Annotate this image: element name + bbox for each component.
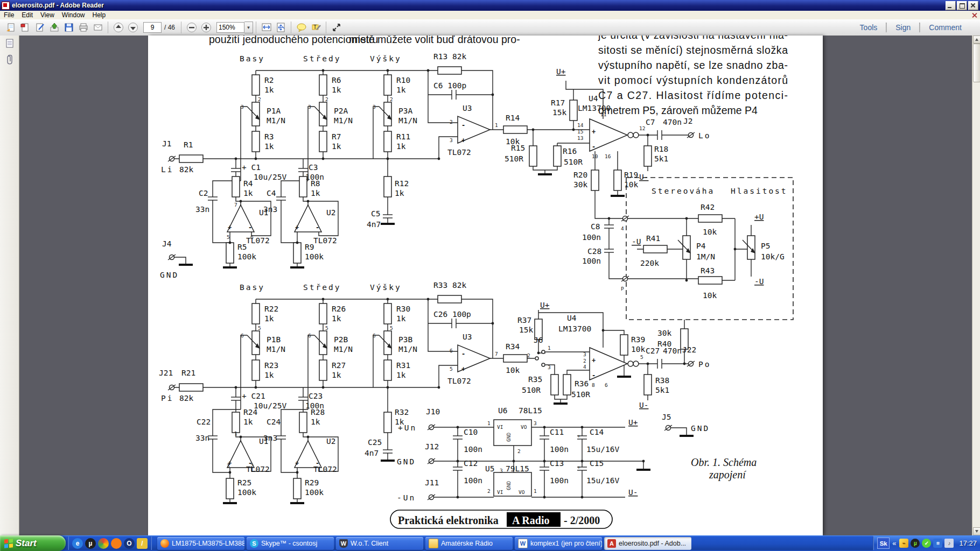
schematic-label: 10k xyxy=(624,180,638,189)
paragraph-line: C7 a C27. Hlasitost řídíme potenci- xyxy=(598,89,788,101)
previous-page-icon[interactable] xyxy=(111,20,125,35)
chrome-quicklaunch-icon[interactable] xyxy=(98,538,109,549)
start-button[interactable]: Start xyxy=(0,535,66,551)
opera-quicklaunch-icon[interactable]: O xyxy=(124,538,135,549)
toolbar-link-sign[interactable]: Sign xyxy=(887,23,919,32)
firefox-quicklaunch-icon[interactable] xyxy=(111,538,122,549)
schematic-label: + C1 xyxy=(242,163,261,172)
schematic-label: C2 xyxy=(199,189,208,197)
schematic-label: - xyxy=(316,224,319,231)
schematic-label: R17 xyxy=(551,98,565,107)
taskbar-button-folder[interactable]: Amatérske Rádio xyxy=(425,537,513,550)
schematic-label: 15k xyxy=(552,108,566,117)
page-thumbnails-icon[interactable] xyxy=(0,36,19,52)
share-upload-icon[interactable] xyxy=(47,20,61,35)
zoom-out-icon[interactable] xyxy=(184,20,199,35)
toolbar-link-comment[interactable]: Comment xyxy=(920,23,970,32)
scrollbar-thumb[interactable] xyxy=(973,44,980,82)
sign-pen-icon[interactable] xyxy=(32,20,47,35)
scroll-down-icon[interactable] xyxy=(973,527,980,535)
schematic-label: Basy xyxy=(240,54,265,63)
schematic-label: U2 xyxy=(326,437,335,446)
next-page-icon[interactable] xyxy=(125,20,140,35)
schematic-label: 7 xyxy=(234,202,237,208)
pdf-page[interactable]: BasyStředyVýškyR21k32P1AM1/NR31kR61k32P2… xyxy=(148,36,823,535)
taskbar-button-acrobat[interactable]: Aeloerosito.pdf - Adob... xyxy=(604,537,691,550)
pencil-quicklaunch-icon[interactable]: / xyxy=(137,538,148,549)
winamp-tray-icon[interactable]: ⌁ xyxy=(899,539,908,548)
schematic-label: 3n3 xyxy=(263,434,277,442)
schematic-label: 100n xyxy=(582,233,601,242)
schematic-label: + xyxy=(461,365,465,373)
attachments-icon[interactable] xyxy=(0,52,19,68)
schematic-label: 10k xyxy=(703,228,717,236)
taskbar-button-word[interactable]: Wkomplex1 (jen pro čtení) ... xyxy=(515,537,602,550)
schematic-label: TL072 xyxy=(313,236,337,245)
zoom-in-icon[interactable] xyxy=(199,20,213,35)
schematic-label: 5 xyxy=(640,354,643,360)
schematic-label: 1k xyxy=(264,86,274,94)
tray-chevron-icon[interactable]: « xyxy=(892,539,896,547)
print-icon[interactable] xyxy=(76,20,90,35)
fit-page-icon[interactable] xyxy=(274,20,288,35)
taskbar-button-wot[interactable]: WW.o.T. Client xyxy=(336,537,423,550)
schematic-label: Hlasitost xyxy=(731,187,788,195)
volume-tray-icon[interactable]: ♪ xyxy=(944,539,954,548)
schematic-label: + C21 xyxy=(242,392,265,400)
schematic-label: R1 xyxy=(184,140,193,149)
minimize-button[interactable] xyxy=(946,1,956,10)
close-button[interactable] xyxy=(968,1,978,10)
port-balance-bottom xyxy=(621,276,629,281)
fit-width-icon[interactable] xyxy=(259,20,274,35)
schematic-label: VO xyxy=(519,489,525,495)
schematic-label: J12 xyxy=(425,442,439,451)
language-indicator[interactable]: Sk xyxy=(877,538,890,549)
vertical-scrollbar[interactable] xyxy=(972,36,980,535)
highlight-text-icon[interactable]: T xyxy=(309,20,323,35)
port-j12 xyxy=(428,458,435,464)
menu-view[interactable]: View xyxy=(37,11,58,19)
schematic-label: 10k xyxy=(631,345,645,354)
taskbar-button-firefox[interactable]: LM1875-LM3875-LM3886... xyxy=(157,537,244,550)
utorrent-tray-icon[interactable]: µ xyxy=(911,539,920,548)
toolbar-link-tools[interactable]: Tools xyxy=(851,23,886,32)
menu-help[interactable]: Help xyxy=(89,11,110,19)
page-number-input[interactable]: 9 xyxy=(143,22,162,33)
utorrent-quicklaunch-icon[interactable]: µ xyxy=(85,538,96,549)
taskbar-button-label: Skype™ - csontosj xyxy=(261,540,317,547)
schematic-label: 3 xyxy=(373,104,376,110)
save-as-icon[interactable] xyxy=(18,20,32,35)
open-icon[interactable] xyxy=(3,20,18,35)
zoom-level-input[interactable]: 150% xyxy=(216,22,244,33)
menu-edit[interactable]: Edit xyxy=(18,11,37,19)
menu-file[interactable]: File xyxy=(0,11,18,19)
schematic-label: P xyxy=(621,286,624,292)
zoom-dropdown-icon[interactable]: ▼ xyxy=(244,22,253,33)
document-close-icon[interactable] xyxy=(971,12,978,19)
schematic-label: 2 xyxy=(390,96,393,102)
fullscreen-icon[interactable] xyxy=(329,20,344,35)
menu-window[interactable]: Window xyxy=(58,11,89,19)
schematic-label: 2 xyxy=(450,119,453,125)
schematic-label: 1k xyxy=(264,142,274,151)
restore-button[interactable] xyxy=(957,1,967,10)
taskbar-button-skype[interactable]: SSkype™ - csontosj xyxy=(247,537,334,550)
skypeol-tray-icon[interactable]: ✓ xyxy=(922,539,931,548)
schematic-label: R8 xyxy=(311,179,320,188)
taskbar-button-label: Amatérske Rádio xyxy=(441,540,493,547)
scroll-up-icon[interactable] xyxy=(973,36,980,44)
network-tray-icon[interactable]: ⌗ xyxy=(933,539,942,548)
schematic-label: J21 xyxy=(159,369,173,377)
schematic-label: 33n xyxy=(195,434,209,442)
schematic-label: R22 xyxy=(264,305,278,313)
schematic-label: 510R xyxy=(571,390,590,399)
save-icon[interactable] xyxy=(61,20,76,35)
title-bar[interactable]: eloerosito.pdf - Adobe Reader xyxy=(0,0,980,11)
port-j4 xyxy=(168,255,176,260)
email-icon[interactable] xyxy=(90,20,105,35)
schematic-label: 14 xyxy=(577,122,584,128)
ie-quicklaunch-icon[interactable]: e xyxy=(72,538,83,549)
svg-text:T: T xyxy=(313,24,317,30)
comment-bubble-icon[interactable] xyxy=(294,20,309,35)
schematic-label: místě můžete volit buď drátovou pro- xyxy=(349,36,520,45)
